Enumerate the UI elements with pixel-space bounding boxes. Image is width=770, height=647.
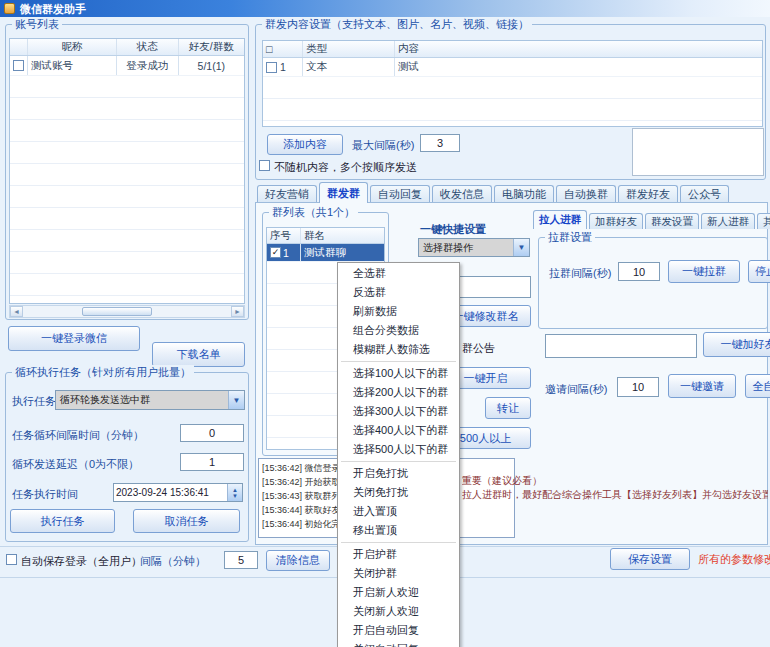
quick-menu-item[interactable]: 组合分类数据 <box>338 321 459 340</box>
main-tab-4[interactable]: 电脑功能 <box>494 185 554 203</box>
main-tab-1[interactable]: 群发群 <box>319 182 368 203</box>
invite-groupbox: 拉群设置 <box>538 237 768 329</box>
quick-menu-item[interactable]: 关闭自动回复 <box>338 640 459 647</box>
sub-tab-3[interactable]: 新人进群 <box>701 213 755 229</box>
quick-menu-item[interactable]: 选择200人以下的群 <box>338 383 459 402</box>
quick-menu-item[interactable]: 模糊群人数筛选 <box>338 340 459 359</box>
scroll-left-icon[interactable]: ◄ <box>10 306 23 317</box>
quick-menu-item[interactable]: 关闭新人欢迎 <box>338 602 459 621</box>
quick-actions-select[interactable]: 选择群操作 ▼ <box>418 238 530 257</box>
content-title: 群发内容设置（支持文本、图片、名片、视频、链接） <box>262 17 532 32</box>
content-row[interactable]: 1 文本 测试 <box>263 58 762 77</box>
autosave-checkbox[interactable] <box>6 554 17 565</box>
task-delay-label: 循环发送延迟（0为不限） <box>12 457 139 472</box>
group-name-input[interactable] <box>455 276 531 298</box>
app-window: 微信群发助手 账号列表 昵称 状态 好友/群数 测试账号 登录成功 5/1(1)… <box>0 0 770 647</box>
hint-line-2: 拉人进群时，最好配合综合操作工具【选择好友列表】并勾选好友设置 <box>462 488 768 502</box>
quick-menu-item[interactable]: 开启免打扰 <box>338 464 459 483</box>
invite-interval-label: 邀请间隔(秒) <box>545 382 607 397</box>
task-type-select[interactable]: 循环轮换发送选中群 ▼ <box>55 390 245 410</box>
content-row-checkbox[interactable]: 1 <box>263 58 303 76</box>
quick-menu-item[interactable]: 全选群 <box>338 264 459 283</box>
save-settings-button[interactable]: 保存设置 <box>610 548 690 570</box>
spinner-updown-icon[interactable]: ▲▼ <box>227 484 242 501</box>
grouplist-row-name: 测试群聊 <box>301 244 384 261</box>
task-type-label: 执行任务 <box>12 394 56 409</box>
quick-actions-value: 选择群操作 <box>419 241 513 255</box>
accounts-hscrollbar[interactable]: ◄ ► <box>9 305 245 318</box>
pull-group-button[interactable]: 一键拉群 <box>668 260 740 283</box>
grouplist-title: 群列表（共1个） <box>269 205 358 220</box>
add-content-button[interactable]: 添加内容 <box>267 134 343 155</box>
content-interval-input[interactable]: 3 <box>420 134 460 152</box>
quick-menu-item[interactable]: 关闭免打扰 <box>338 483 459 502</box>
account-counts: 5/1(1) <box>179 56 244 75</box>
invite-interval-input[interactable]: 10 <box>617 377 659 397</box>
app-icon <box>4 3 15 14</box>
grouplist-row[interactable]: ✓1 测试群聊 <box>267 244 384 262</box>
task-loop-label: 任务循环间隔时间（分钟） <box>12 428 144 443</box>
main-tab-5[interactable]: 自动换群 <box>556 185 616 203</box>
quick-menu-item[interactable]: 关闭护群 <box>338 564 459 583</box>
sub-tab-0[interactable]: 拉人进群 <box>533 210 587 229</box>
autosave-label: 自动保存登录（全用户） <box>21 554 142 569</box>
task-datetime-picker[interactable]: 2023-09-24 15:36:41 ▲▼ <box>113 483 243 502</box>
content-row-content: 测试 <box>395 58 762 76</box>
scroll-thumb[interactable] <box>82 307 152 316</box>
main-tab-0[interactable]: 好友营销 <box>257 185 317 203</box>
run-task-button[interactable]: 执行任务 <box>10 509 115 533</box>
sub-tab-1[interactable]: 加群好友 <box>589 213 643 229</box>
main-tab-6[interactable]: 群发好友 <box>618 185 678 203</box>
quick-menu-item[interactable]: 选择500人以下的群 <box>338 440 459 459</box>
invite-button[interactable]: 一键邀请 <box>668 374 736 398</box>
scroll-right-icon[interactable]: ► <box>231 306 244 317</box>
content-col-type: 类型 <box>303 41 395 57</box>
transfer-button[interactable]: 转让 <box>485 397 531 419</box>
add-friend-button[interactable]: 一键加好友 <box>703 332 770 357</box>
task-delay-input[interactable]: 1 <box>180 453 244 471</box>
autosave-interval-input[interactable]: 5 <box>224 551 258 569</box>
order-checkbox[interactable] <box>259 160 270 171</box>
accounts-col-nickname: 昵称 <box>28 39 117 55</box>
quick-menu-item[interactable]: 进入置顶 <box>338 502 459 521</box>
friend-input[interactable] <box>545 334 697 358</box>
main-tab-3[interactable]: 收发信息 <box>432 185 492 203</box>
accounts-col-status: 状态 <box>117 39 178 55</box>
account-status: 登录成功 <box>117 56 178 75</box>
quick-menu-item[interactable]: 开启新人欢迎 <box>338 583 459 602</box>
stop-pull-button[interactable]: 停止拉群 <box>748 260 770 283</box>
account-row[interactable]: 测试账号 登录成功 5/1(1) <box>10 56 244 76</box>
save-warning-text: 所有的参数修改要保存后才生效 <box>698 552 770 567</box>
quick-menu-item[interactable]: 刷新数据 <box>338 302 459 321</box>
main-tab-2[interactable]: 自动回复 <box>370 185 430 203</box>
login-wechat-button[interactable]: 一键登录微信 <box>8 326 140 351</box>
sub-tab-4[interactable]: 其他 <box>757 213 770 229</box>
quick-menu-item[interactable]: 选择300人以下的群 <box>338 402 459 421</box>
content-header: □ 类型 内容 <box>263 41 762 58</box>
accounts-col-counts: 好友/群数 <box>179 39 244 55</box>
pull-interval-input[interactable]: 10 <box>618 262 660 281</box>
content-interval-label: 最大间隔(秒) <box>352 138 414 153</box>
main-tabs: 好友营销 群发群 自动回复 收发信息 电脑功能 自动换群 群发好友 公众号 <box>257 182 729 203</box>
content-col-content: 内容 <box>395 41 762 57</box>
quick-menu-item[interactable]: 开启护群 <box>338 545 459 564</box>
sub-tab-2[interactable]: 群发设置 <box>645 213 699 229</box>
task-datetime-value: 2023-09-24 15:36:41 <box>114 487 227 498</box>
auto-pull-button[interactable]: 全自动拉人 <box>745 374 770 398</box>
main-tab-7[interactable]: 公众号 <box>680 185 729 203</box>
quick-menu-item[interactable]: 开启自动回复 <box>338 621 459 640</box>
clear-info-button[interactable]: 清除信息 <box>266 550 330 571</box>
autosave-interval-label: 间隔（分钟） <box>140 554 206 569</box>
quick-menu-item[interactable]: 移出置顶 <box>338 521 459 540</box>
content-col-select: □ <box>263 41 303 57</box>
quick-menu-item[interactable]: 选择400人以下的群 <box>338 421 459 440</box>
cancel-task-button[interactable]: 取消任务 <box>133 509 240 533</box>
export-list-button[interactable]: 下载名单 <box>152 342 245 367</box>
task-type-value: 循环轮换发送选中群 <box>56 393 228 407</box>
quick-menu-item[interactable]: 反选群 <box>338 283 459 302</box>
titlebar: 微信群发助手 <box>0 0 770 17</box>
grouplist-row-checkbox[interactable]: ✓1 <box>267 244 301 261</box>
task-loop-input[interactable]: 0 <box>180 424 244 442</box>
quick-menu-item[interactable]: 选择100人以下的群 <box>338 364 459 383</box>
account-checkbox[interactable] <box>10 56 28 75</box>
